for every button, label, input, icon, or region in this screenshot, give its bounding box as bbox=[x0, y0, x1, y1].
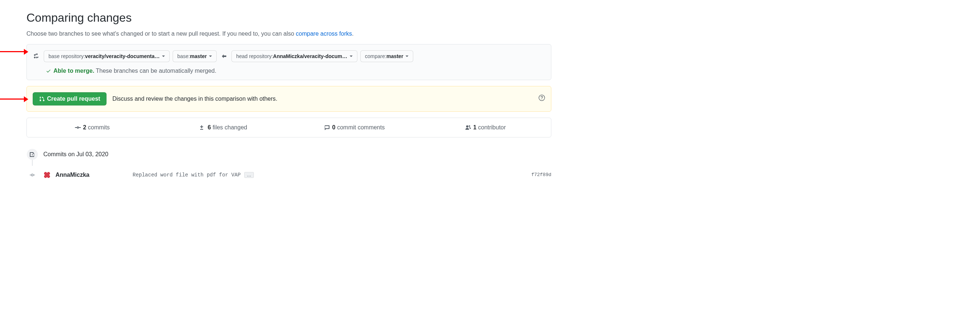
avatar[interactable] bbox=[43, 171, 51, 179]
annotation-arrow-1 bbox=[0, 51, 24, 52]
head-repo-selector[interactable]: head repository: AnnaMiczka/veracity-doc… bbox=[231, 50, 357, 62]
git-compare-icon bbox=[33, 53, 39, 59]
arrow-left-icon bbox=[221, 53, 227, 59]
stat-files-changed[interactable]: 6 files changed bbox=[158, 118, 289, 137]
caret-down-icon bbox=[209, 56, 212, 59]
stat-commits[interactable]: 2 commits bbox=[27, 118, 158, 137]
range-editor: base repository: veracity/veracity-docum… bbox=[27, 44, 551, 80]
repo-push-icon bbox=[27, 149, 38, 160]
git-pull-request-icon bbox=[39, 96, 45, 102]
commit-row[interactable]: AnnaMiczka Replaced word file with pdf f… bbox=[43, 167, 551, 182]
commit-author[interactable]: AnnaMiczka bbox=[56, 170, 133, 179]
create-pull-request-button[interactable]: Create pull request bbox=[33, 92, 107, 105]
stat-contributors[interactable]: 1 contributor bbox=[420, 118, 551, 137]
stat-commit-comments[interactable]: 0 commit comments bbox=[289, 118, 420, 137]
stats-bar: 2 commits 6 files changed 0 commit comme… bbox=[27, 118, 551, 137]
commit-day-heading: Commits on Jul 03, 2020 bbox=[43, 150, 108, 159]
commit-sha[interactable]: f72f89d bbox=[531, 171, 551, 178]
caret-down-icon bbox=[162, 56, 165, 59]
commit-timeline: Commits on Jul 03, 2020 AnnaMiczka Repla… bbox=[27, 148, 551, 182]
pr-prompt-description: Discuss and review the changes in this c… bbox=[112, 94, 277, 103]
caret-down-icon bbox=[350, 56, 353, 59]
page-subtitle: Choose two branches to see what's change… bbox=[27, 29, 551, 38]
base-repo-selector[interactable]: base repository: veracity/veracity-docum… bbox=[44, 50, 170, 62]
pr-prompt: Create pull request Discuss and review t… bbox=[27, 86, 551, 112]
check-icon bbox=[46, 69, 51, 73]
question-icon bbox=[538, 94, 545, 101]
comment-icon bbox=[324, 124, 330, 131]
diff-icon bbox=[199, 124, 205, 131]
help-button[interactable] bbox=[538, 94, 545, 103]
base-branch-selector[interactable]: base: master bbox=[173, 50, 217, 62]
svg-point-1 bbox=[541, 99, 542, 100]
caret-down-icon bbox=[406, 56, 409, 59]
people-icon bbox=[465, 124, 471, 131]
page-title: Comparing changes bbox=[27, 9, 551, 27]
commit-icon bbox=[75, 124, 81, 131]
commit-message[interactable]: Replaced word file with pdf for VAP bbox=[133, 171, 240, 179]
merge-status: Able to merge. These branches can be aut… bbox=[33, 67, 545, 75]
annotation-arrow-2 bbox=[0, 99, 24, 100]
compare-branch-selector[interactable]: compare: master bbox=[360, 50, 413, 62]
commit-dot-icon bbox=[30, 172, 35, 177]
compare-forks-link[interactable]: compare across forks bbox=[296, 30, 352, 37]
commit-expand-button[interactable]: … bbox=[244, 172, 254, 178]
